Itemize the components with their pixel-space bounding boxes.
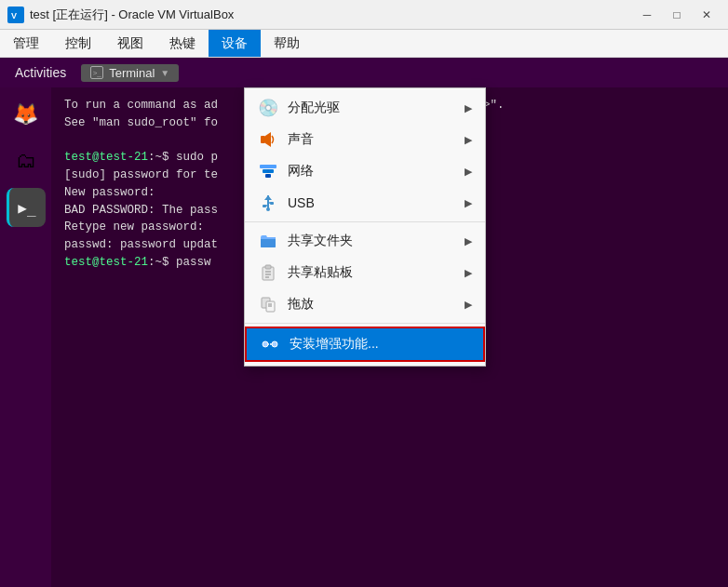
svg-text:V: V bbox=[11, 11, 17, 20]
menu-item-audio[interactable]: 声音 ▶ bbox=[245, 124, 485, 155]
ubuntu-topbar: Activities >_ Terminal ▼ bbox=[0, 58, 728, 87]
app-icon: V bbox=[7, 7, 24, 23]
device-dropdown-menu: 💿 分配光驱 ▶ 声音 ▶ bbox=[244, 87, 486, 367]
menu-bar: 管理 控制 视图 热键 设备 帮助 bbox=[0, 30, 728, 58]
window-title: test [正在运行] - Oracle VM VirtualBox bbox=[30, 7, 633, 23]
close-button[interactable]: ✕ bbox=[693, 6, 721, 24]
terminal-tab-icon: >_ bbox=[90, 66, 103, 79]
menu-view[interactable]: 视图 bbox=[104, 30, 156, 57]
svg-point-26 bbox=[263, 341, 268, 347]
maximize-button[interactable]: □ bbox=[663, 6, 691, 24]
menu-item-clipboard-label: 共享粘贴板 bbox=[288, 264, 455, 281]
svg-marker-3 bbox=[265, 132, 271, 147]
clipboard-icon bbox=[258, 262, 278, 283]
arrow-icon-audio: ▶ bbox=[465, 134, 472, 146]
optical-icon: 💿 bbox=[258, 98, 278, 118]
menu-help[interactable]: 帮助 bbox=[261, 30, 313, 57]
svg-point-15 bbox=[266, 207, 270, 211]
menu-devices[interactable]: 设备 bbox=[209, 30, 261, 57]
menu-separator-1 bbox=[245, 221, 485, 222]
menu-item-optical-label: 分配光驱 bbox=[288, 100, 455, 116]
menu-item-optical[interactable]: 💿 分配光驱 ▶ bbox=[245, 92, 485, 124]
audio-icon bbox=[258, 129, 278, 150]
arrow-icon-usb: ▶ bbox=[465, 197, 472, 209]
menu-control[interactable]: 控制 bbox=[52, 30, 104, 57]
menu-item-shared-folder-label: 共享文件夹 bbox=[288, 233, 455, 249]
svg-rect-2 bbox=[261, 136, 265, 143]
sidebar-files-icon[interactable]: 🗂 bbox=[7, 141, 46, 180]
menu-item-network-label: 网络 bbox=[288, 163, 455, 180]
menu-item-usb-label: USB bbox=[288, 195, 455, 210]
shared-folder-icon bbox=[258, 231, 278, 251]
arrow-icon-clipboard: ▶ bbox=[465, 267, 472, 279]
menu-item-audio-label: 声音 bbox=[288, 131, 455, 148]
menu-item-install-ga-label: 安装增强功能... bbox=[290, 336, 470, 353]
menu-item-install-ga[interactable]: 安装增强功能... bbox=[245, 327, 485, 362]
svg-marker-10 bbox=[264, 195, 272, 200]
title-bar: V test [正在运行] - Oracle VM VirtualBox ─ □… bbox=[0, 0, 728, 30]
menu-hotkey[interactable]: 热键 bbox=[156, 30, 209, 57]
svg-point-27 bbox=[272, 341, 277, 347]
arrow-icon-shared-folder: ▶ bbox=[465, 235, 472, 247]
activities-button[interactable]: Activities bbox=[9, 63, 72, 82]
left-sidebar: 🦊 🗂 ▶_ bbox=[0, 87, 51, 587]
minimize-button[interactable]: ─ bbox=[633, 6, 661, 24]
drag-drop-icon bbox=[258, 294, 278, 314]
sidebar-terminal-icon[interactable]: ▶_ bbox=[7, 188, 46, 227]
menu-item-shared-clipboard[interactable]: 共享粘贴板 ▶ bbox=[245, 257, 485, 288]
svg-rect-17 bbox=[265, 265, 271, 269]
chevron-down-icon: ▼ bbox=[160, 68, 169, 78]
menu-item-usb[interactable]: USB ▶ bbox=[245, 187, 485, 219]
window-controls: ─ □ ✕ bbox=[633, 6, 721, 24]
arrow-icon-drag-drop: ▶ bbox=[465, 299, 472, 311]
menu-item-network[interactable]: 网络 ▶ bbox=[245, 155, 485, 187]
arrow-icon: ▶ bbox=[465, 102, 472, 114]
terminal-tab-label: Terminal bbox=[109, 66, 155, 80]
menu-item-drag-drop-label: 拖放 bbox=[288, 296, 455, 313]
svg-rect-6 bbox=[260, 165, 276, 168]
menu-item-drag-drop[interactable]: 拖放 ▶ bbox=[245, 288, 485, 320]
menu-manage[interactable]: 管理 bbox=[0, 30, 52, 57]
sidebar-firefox-icon[interactable]: 🦊 bbox=[7, 95, 46, 134]
usb-icon bbox=[258, 193, 278, 213]
vm-area: Activities >_ Terminal ▼ 🦊 🗂 ▶_ To run a… bbox=[0, 58, 728, 587]
network-icon bbox=[258, 161, 278, 181]
menu-item-shared-folder[interactable]: 共享文件夹 ▶ bbox=[245, 225, 485, 257]
install-icon bbox=[260, 334, 280, 354]
menu-separator-2 bbox=[245, 323, 485, 324]
arrow-icon-network: ▶ bbox=[465, 166, 472, 178]
terminal-tab[interactable]: >_ Terminal ▼ bbox=[81, 64, 179, 82]
